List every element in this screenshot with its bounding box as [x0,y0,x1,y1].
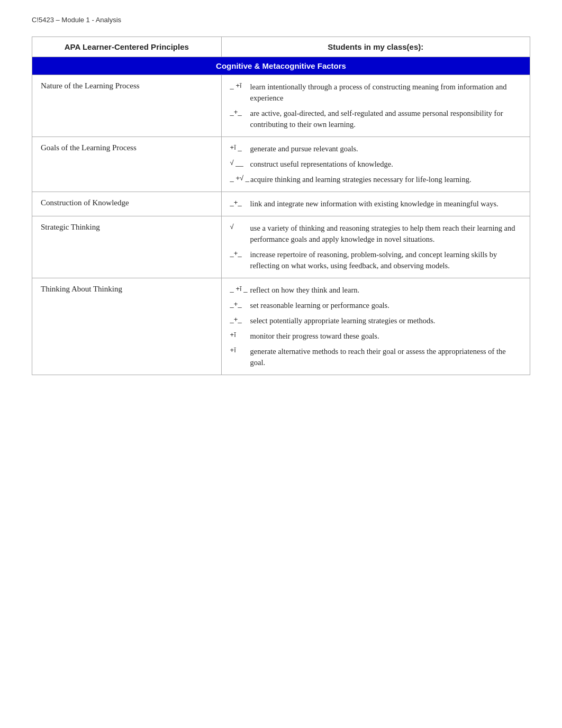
table-row: Thinking About Thinking_ +ĭ _reflect on … [32,278,530,375]
bullet-text: increase repertoire of reasoning, proble… [250,249,521,271]
bullet-marker: _ +ĭ [230,81,249,89]
list-item: +ĭmonitor their progress toward these go… [230,331,521,342]
bullet-marker: _+_ [230,198,249,206]
students-cell: _+_link and integrate new information wi… [221,192,530,216]
bullet-text: select potentially appropriate learning … [250,315,521,326]
list-item: _+_select potentially appropriate learni… [230,315,521,326]
section-header-row: Cognitive & Metacognitive Factors [32,57,530,75]
list-item: √ __construct useful representations of … [230,159,521,170]
bullet-marker: _+_ [230,249,249,257]
bullet-marker: _+_ [230,300,249,308]
list-item: _+_are active, goal-directed, and self-r… [230,108,521,130]
bullet-marker: +ĭ [230,346,249,354]
col2-header: Students in my class(es): [221,37,530,57]
bullet-text: set reasonable learning or performance g… [250,300,521,311]
students-cell: _ +ĭlearn intentionally through a proces… [221,75,530,137]
bullet-text: use a variety of thinking and reasoning … [250,223,521,245]
students-cell: _ +ĭ _reflect on how they think and lear… [221,278,530,375]
bullet-marker: _ +ĭ _ [230,285,249,293]
bullet-text: learn intentionally through a process of… [250,81,521,104]
principle-label: Strategic Thinking [32,216,222,278]
principle-label: Goals of the Learning Process [32,137,222,192]
principle-label: Thinking About Thinking [32,278,222,375]
list-item: _+_link and integrate new information wi… [230,198,521,210]
list-item: _ +ĭlearn intentionally through a proces… [230,81,521,104]
section-header-label: Cognitive & Metacognitive Factors [32,57,530,75]
bullet-text: reflect on how they think and learn. [250,285,521,296]
list-item: _ +√ _acquire thinking and learning stra… [230,174,521,185]
list-item: √use a variety of thinking and reasoning… [230,223,521,245]
table-row: Strategic Thinking√use a variety of thin… [32,216,530,278]
principle-label: Construction of Knowledge [32,192,222,216]
bullet-marker: √ __ [230,159,249,167]
table-row: Goals of the Learning Process+ĭ _generat… [32,137,530,192]
page-header: C!5423 – Module 1 - Analysis [32,16,530,24]
table-row: Nature of the Learning Process_ +ĭlearn … [32,75,530,137]
students-cell: √use a variety of thinking and reasoning… [221,216,530,278]
principle-label: Nature of the Learning Process [32,75,222,137]
bullet-marker: √ [230,223,249,231]
list-item: +ĭ _generate and pursue relevant goals. [230,143,521,154]
bullet-text: link and integrate new information with … [250,198,521,210]
bullet-text: generate and pursue relevant goals. [250,143,521,154]
col1-header: APA Learner-Centered Principles [32,37,222,57]
bullet-text: acquire thinking and learning strategies… [250,174,521,185]
bullet-marker: _+_ [230,108,249,116]
table-row: Construction of Knowledge_+_link and int… [32,192,530,216]
page-title: C!5423 – Module 1 - Analysis [32,16,121,24]
bullet-text: are active, goal-directed, and self-regu… [250,108,521,130]
students-cell: +ĭ _generate and pursue relevant goals.√… [221,137,530,192]
bullet-text: generate alternative methods to reach th… [250,346,521,368]
main-table: APA Learner-Centered Principles Students… [32,37,530,375]
bullet-text: construct useful representations of know… [250,159,521,170]
bullet-marker: _+_ [230,315,249,323]
bullet-text: monitor their progress toward these goal… [250,331,521,342]
bullet-marker: +ĭ _ [230,143,249,151]
bullet-marker: +ĭ [230,331,249,339]
list-item: _+_increase repertoire of reasoning, pro… [230,249,521,271]
list-item: +ĭgenerate alternative methods to reach … [230,346,521,368]
list-item: _ +ĭ _reflect on how they think and lear… [230,285,521,296]
list-item: _+_set reasonable learning or performanc… [230,300,521,311]
bullet-marker: _ +√ _ [230,174,249,182]
